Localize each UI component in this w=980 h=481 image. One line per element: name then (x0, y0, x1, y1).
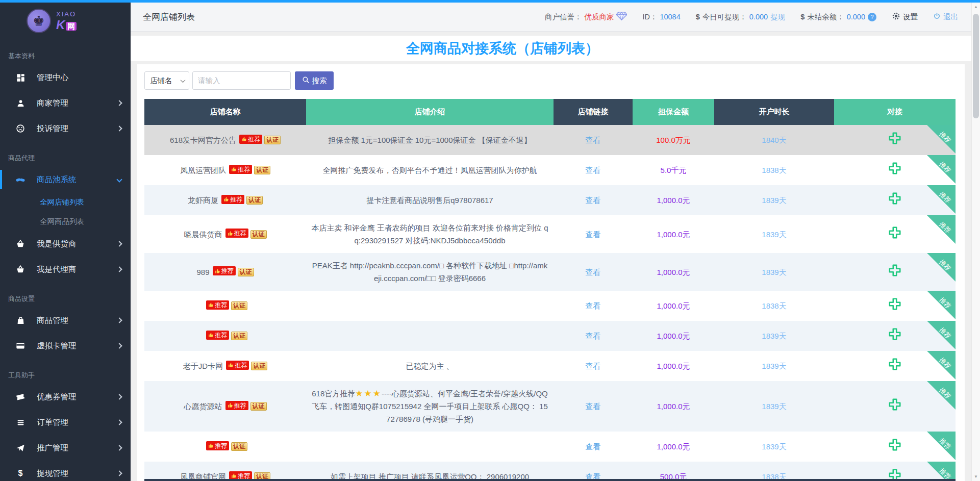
sidebar-item-label: 虚拟卡管理 (37, 341, 77, 351)
shop-intro-cell: 如需上架项目 推广项目 请联系凤凰运营QQ： 2906019200 (306, 462, 554, 481)
logout-button[interactable]: 退出 (933, 12, 958, 22)
dock-plus-icon[interactable] (888, 357, 902, 371)
reputation-label: 商户信誉： (545, 12, 582, 22)
scrollbar-thumb[interactable] (973, 14, 979, 118)
sidebar-item[interactable]: 订单管理 (0, 410, 131, 435)
sidebar-item[interactable]: 商家管理 (0, 90, 131, 116)
recommend-badge: 推荐 (221, 195, 244, 204)
shop-name: 618发卡网官方公告 (170, 136, 236, 144)
table-row: 心愿货源站推荐认证618官方推荐★★★----心愿货源站、何平金鹰/王者荣誉/穿… (144, 381, 956, 432)
settings-label: 设置 (903, 12, 918, 22)
sidebar-subitem[interactable]: 全网商品列表 (0, 212, 131, 231)
shop-name-cell: 凤凰运营团队推荐认证 (144, 155, 306, 185)
shop-name-cell: 龙虾商厦推荐认证 (144, 185, 306, 215)
view-link[interactable]: 查看 (586, 332, 601, 340)
sidebar-item[interactable]: 投诉管理 (0, 116, 131, 141)
account-age-cell: 1839天 (714, 185, 834, 215)
sidebar-item[interactable]: 我是代理商 (0, 257, 131, 282)
dock-plus-icon[interactable] (888, 297, 902, 311)
shop-link-cell: 查看 (554, 462, 633, 481)
view-link[interactable]: 查看 (586, 402, 601, 411)
sidebar-item[interactable]: 商品管理 (0, 308, 131, 333)
dock-plus-icon[interactable] (888, 397, 902, 412)
recommend-ribbon: 推荐 (927, 351, 956, 379)
dock-plus-icon[interactable] (888, 161, 902, 175)
shop-name: 989 (196, 268, 209, 276)
recommend-ribbon: 推荐 (927, 462, 956, 481)
shops-table: 店铺名称店铺介绍店铺链接担保金额开户时长对接 618发卡网官方公告推荐认证担保金… (144, 99, 956, 481)
verified-badge: 认证 (231, 442, 247, 451)
scroll-down-arrow[interactable]: ▼ (972, 472, 980, 481)
balance-value: 0.000 (847, 13, 865, 21)
sidebar-item[interactable]: 推广管理 (0, 435, 131, 461)
sidebar-item[interactable]: 管理中心 (0, 65, 131, 90)
view-link[interactable]: 查看 (586, 166, 601, 174)
deposit-cell: 1,000.0元 (633, 215, 714, 253)
column-header: 开户时长 (714, 99, 834, 125)
logo[interactable]: ♚ XIAO K网 (0, 3, 131, 39)
shop-link-cell: 查看 (554, 253, 633, 291)
view-link[interactable]: 查看 (586, 196, 601, 205)
deposit-cell: 5.0千元 (633, 155, 714, 185)
logo-text: XIAO K网 (56, 11, 77, 31)
shop-link-cell: 查看 (554, 125, 633, 155)
dollar-icon: $ (15, 468, 26, 478)
search-input[interactable] (192, 71, 291, 90)
shop-name-cell: 推荐认证 (144, 432, 306, 462)
recommend-ribbon-label: 推荐 (927, 381, 956, 410)
account-age: 1839天 (762, 268, 786, 276)
sidebar-item[interactable]: 商品池系统 (0, 167, 131, 192)
sidebar-item-label: 管理中心 (37, 72, 68, 83)
shop-name-cell: 晓晨供货商推荐认证 (144, 215, 306, 253)
scroll-up-arrow[interactable]: ▲ (972, 3, 980, 11)
table-row: 推荐认证查看1,000.0元1839天推荐 (144, 321, 956, 351)
dock-plus-icon[interactable] (888, 191, 902, 206)
logo-k-text: K (56, 18, 65, 32)
dock-plus-icon[interactable] (888, 438, 902, 452)
verified-badge: 认证 (254, 166, 270, 174)
dock-plus-icon[interactable] (888, 131, 902, 145)
dock-cell: 推荐 (834, 125, 956, 155)
sidebar-item-label: 商家管理 (37, 98, 68, 109)
search-type-select[interactable]: 店铺名 (144, 71, 189, 90)
recommend-badge: 推荐 (225, 401, 248, 410)
sidebar-item[interactable]: $提现管理 (0, 461, 131, 481)
view-link[interactable]: 查看 (586, 136, 601, 144)
bottom-bar (144, 479, 956, 481)
chevron-down-icon (116, 176, 122, 182)
sidebar-item-label: 我是代理商 (37, 264, 77, 275)
deposit-amount: 1,000.0元 (657, 268, 690, 276)
search-icon (302, 76, 310, 85)
bag-icon (15, 315, 26, 325)
account-age-cell: 1839天 (714, 215, 834, 253)
deposit-amount: 1,000.0元 (657, 230, 690, 239)
sidebar-item-label: 投诉管理 (37, 123, 68, 134)
scrollbar[interactable]: ▲ ▼ (971, 3, 980, 481)
shop-intro-cell: 提卡注意看商品说明售后q978078617 (306, 185, 554, 215)
settings-button[interactable]: 设置 (892, 12, 918, 22)
view-link[interactable]: 查看 (586, 301, 601, 310)
view-link[interactable]: 查看 (586, 362, 601, 370)
deposit-cell: 1,000.0元 (633, 291, 714, 321)
merchant-id: ID： 10084 (642, 12, 680, 22)
recommend-ribbon: 推荐 (927, 215, 956, 244)
title-band: 全网商品对接系统（店铺列表） (131, 36, 971, 61)
shop-name-cell: 989推荐认证 (144, 253, 306, 291)
sidebar-item[interactable]: 虚拟卡管理 (0, 333, 131, 359)
account-age: 1838天 (762, 166, 786, 174)
view-link[interactable]: 查看 (586, 442, 601, 451)
column-header: 店铺链接 (554, 99, 633, 125)
dock-plus-icon[interactable] (888, 263, 902, 277)
help-icon[interactable]: ? (868, 13, 876, 21)
sidebar-item[interactable]: 优惠券管理 (0, 384, 131, 410)
view-link[interactable]: 查看 (586, 268, 601, 276)
dock-plus-icon[interactable] (888, 327, 902, 341)
sidebar-subitem[interactable]: 全网店铺列表 (0, 192, 131, 212)
withdraw-link[interactable]: 提现 (770, 12, 785, 22)
dock-plus-icon[interactable] (888, 225, 902, 240)
sidebar-item[interactable]: 我是供货商 (0, 231, 131, 257)
column-header: 店铺介绍 (306, 99, 554, 125)
table-row: 老于JD卡网推荐认证已稳定为主 、查看1,000.0元1839天推荐 (144, 351, 956, 381)
search-button[interactable]: 搜索 (295, 71, 334, 90)
view-link[interactable]: 查看 (586, 230, 601, 239)
